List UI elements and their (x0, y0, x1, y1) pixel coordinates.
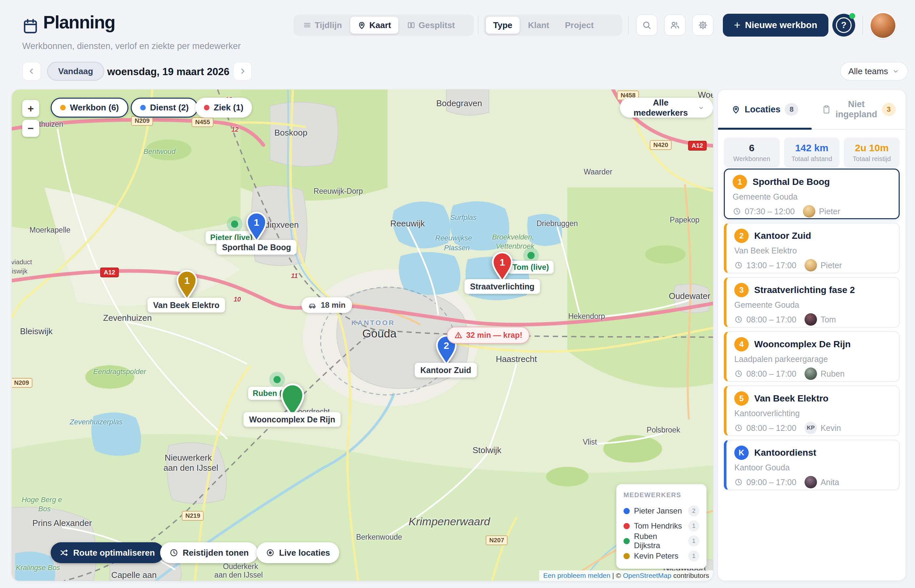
help-button[interactable]: ? (833, 14, 855, 37)
tab-niet-ingepland[interactable]: Niet ingepland 3 (812, 90, 905, 129)
view-switcher: Tijdlijn Kaart Gesplitst (293, 15, 474, 36)
svg-text:1: 1 (500, 257, 505, 268)
map-marker-label: Kantoor Zuid (415, 363, 477, 378)
legend-item[interactable]: Kevin Peters 1 (624, 548, 699, 564)
zoom-out-button[interactable]: − (22, 120, 39, 137)
dropdown-label: Alle medewerkers (629, 98, 693, 118)
road-badge: N219 (182, 511, 204, 521)
tab-count-badge: 3 (882, 103, 896, 116)
map-marker-vanbeek[interactable]: 1 (175, 269, 199, 300)
legend-item[interactable]: Tom Hendriks 1 (624, 519, 699, 533)
employee-count-badge: 1 (688, 535, 699, 546)
stop-number-badge: 3 (734, 283, 748, 297)
stop-number-badge: 4 (734, 337, 748, 352)
tab-locaties[interactable]: Locaties 8 (718, 90, 812, 129)
location-card-vanbeek[interactable]: 5 Van Beek Elektro Kantoorverlichting 08… (724, 386, 900, 436)
clipboard-icon (822, 105, 831, 114)
employees-dropdown[interactable]: Alle medewerkers (620, 98, 713, 118)
next-day-button[interactable] (233, 62, 252, 81)
live-location-dot (527, 252, 535, 259)
map-marker-straatverlichting[interactable]: 1 (490, 251, 514, 282)
today-button[interactable]: Vandaag (47, 62, 104, 81)
zoom-in-button[interactable]: + (22, 100, 39, 117)
warning-icon (454, 331, 462, 339)
employee-name: Ruben Dijkstra (634, 532, 684, 550)
avatar (803, 205, 815, 218)
question-mark-icon: ? (836, 17, 852, 33)
filter-chip-dienst[interactable]: Dienst (2) (131, 98, 198, 118)
map-marker-label: Straatverlichting (464, 279, 540, 294)
tab-gesplitst[interactable]: Gesplitst (400, 17, 462, 34)
user-avatar[interactable] (871, 13, 896, 38)
stat-label: Totaal afstand (792, 155, 833, 163)
stat-totaal-afstand: 142 km Totaal afstand (784, 137, 840, 168)
map-canvas[interactable] (12, 89, 713, 581)
travel-warning-text: 32 min — krap! (466, 331, 522, 340)
card-time: 08:00 – 12:00 (746, 423, 796, 433)
live-location-dot (273, 376, 281, 383)
location-card-kantoordienst[interactable]: K Kantoordienst Kantoor Gouda 09:00 – 17… (724, 440, 900, 490)
travel-time-label: 18 min (301, 297, 352, 313)
previous-day-button[interactable] (22, 62, 41, 81)
attribution-text: contributors (673, 572, 709, 579)
card-person: Pieter (821, 261, 842, 270)
location-card-wooncomplex[interactable]: 4 Wooncomplex De Rijn Laadpalen parkeerg… (724, 331, 900, 382)
map-marker-sporthal[interactable]: 1 (244, 211, 268, 242)
card-client: Gemeente Gouda (733, 192, 892, 202)
tab-kaart[interactable]: Kaart (350, 17, 398, 34)
filter-chip-werkbon[interactable]: Werkbon (6) (51, 98, 128, 118)
optimize-route-button[interactable]: Route optimaliseren (51, 542, 164, 563)
search-button[interactable] (636, 15, 658, 36)
employees-button[interactable] (664, 15, 685, 36)
card-client: Kantoor Gouda (734, 463, 892, 472)
road-badge: N207 (486, 535, 508, 545)
employee-name: Tom Hendriks (634, 521, 684, 530)
location-card-sporthal[interactable]: 1 Sporthal De Boog Gemeente Gouda 07:30 … (724, 168, 900, 219)
list-icon (303, 21, 311, 29)
travel-warning-label: 32 min — krap! (447, 327, 529, 344)
tab-type[interactable]: Type (486, 17, 520, 34)
location-card-list: 1 Sporthal De Boog Gemeente Gouda 07:30 … (724, 168, 900, 490)
tab-label: Locaties (745, 105, 781, 115)
tab-tijdlijn[interactable]: Tijdlijn (296, 17, 349, 34)
legend-item[interactable]: Ruben Dijkstra 1 (624, 533, 699, 548)
avatar (805, 476, 817, 488)
settings-button[interactable] (692, 15, 714, 36)
tab-project[interactable]: Project (558, 17, 601, 34)
attribution-text: | © (613, 572, 621, 579)
report-problem-link[interactable]: Een probleem melden (543, 572, 610, 579)
location-card-straatverlichting[interactable]: 3 Straatverlichting fase 2 Gemeente Goud… (724, 277, 900, 328)
stat-value: 142 km (795, 142, 828, 153)
tab-klant[interactable]: Klant (521, 17, 556, 34)
chip-label: Dienst (2) (150, 103, 189, 113)
map-marker-label: Sporthal De Boog (216, 240, 296, 255)
new-workorder-button[interactable]: + Nieuwe werkbon (723, 14, 828, 37)
clock-icon (734, 424, 743, 432)
show-travel-times-button[interactable]: Reistijden tonen (160, 542, 258, 563)
current-date: woensdag, 19 maart 2026 (107, 66, 230, 78)
card-time: 09:00 – 17:00 (746, 478, 796, 487)
tab-label: Tijdlijn (315, 20, 342, 31)
location-card-kantoorzuid[interactable]: 2 Kantoor Zuid Van Beek Elektro 13:00 – … (724, 223, 900, 273)
ziek-color-dot (204, 105, 210, 110)
card-client: Van Beek Elektro (734, 246, 892, 255)
road-badge: N420 (650, 140, 671, 150)
card-person: Kevin (821, 423, 841, 433)
filter-chip-ziek[interactable]: Ziek (1) (196, 98, 252, 118)
button-label: Live locaties (279, 548, 330, 558)
card-person: Anita (821, 478, 839, 487)
map-marker-label: Van Beek Elektro (148, 298, 225, 313)
road-badge: A12 (688, 141, 707, 150)
teams-dropdown[interactable]: Alle teams (840, 62, 908, 81)
openstreetmap-link[interactable]: OpenStreetMap (623, 572, 671, 579)
clock-icon (734, 370, 743, 378)
employee-count-badge: 2 (688, 506, 699, 517)
clock-icon (734, 478, 743, 486)
live-locations-button[interactable]: Live locaties (257, 542, 339, 563)
map-panel: Bodegraven Boskoop Benthuizen Bentwoud R… (12, 89, 713, 581)
svg-text:2: 2 (444, 340, 449, 351)
map-attribution: Een probleem melden | © OpenStreetMap co… (539, 570, 713, 581)
card-time: 08:00 – 17:00 (746, 369, 796, 379)
legend-item[interactable]: Pieter Jansen 2 (624, 503, 699, 519)
plus-icon: + (28, 103, 34, 115)
